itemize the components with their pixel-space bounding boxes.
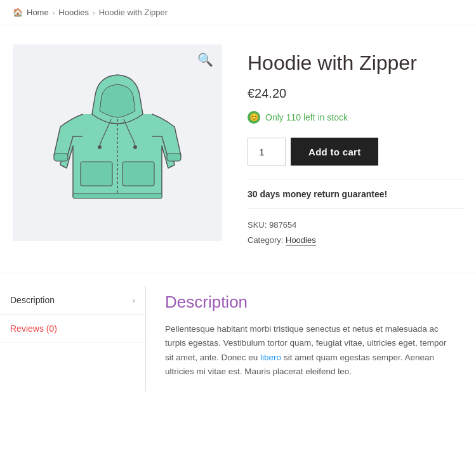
tab-reviews-label: Reviews (0): [10, 323, 57, 334]
svg-rect-5: [73, 193, 162, 199]
zoom-icon[interactable]: 🔍: [197, 52, 213, 67]
sku-row: SKU: 987654: [248, 218, 463, 232]
sku-value-text: 987654: [269, 220, 296, 230]
product-title: Hoodie with Zipper: [248, 51, 463, 75]
product-details: Hoodie with Zipper €24.20 😊 Only 110 lef…: [248, 44, 463, 247]
svg-rect-2: [122, 162, 154, 186]
product-meta: SKU: 987654 Category: Hoodies: [248, 218, 463, 247]
add-to-cart-button[interactable]: Add to cart: [291, 138, 378, 166]
product-image: [48, 63, 187, 222]
description-link-libero[interactable]: libero: [260, 353, 281, 362]
product-image-container: 🔍: [13, 44, 222, 241]
svg-point-6: [98, 145, 102, 149]
breadcrumb-current: Hoodie with Zipper: [99, 8, 168, 17]
tab-description[interactable]: Description ›: [0, 286, 145, 315]
product-section: 🔍: [0, 25, 476, 266]
breadcrumb-sep-2: ›: [93, 9, 95, 16]
stock-info: 😊 Only 110 left in stock: [248, 111, 463, 124]
product-price: €24.20: [248, 86, 463, 101]
sidebar-tabs: Description › Reviews (0): [0, 286, 146, 391]
category-label: Category:: [248, 235, 283, 245]
home-icon: 🏠: [13, 8, 23, 17]
svg-rect-1: [81, 162, 112, 186]
stock-icon: 😊: [248, 111, 260, 124]
stock-text: Only 110 left in stock: [265, 112, 348, 122]
breadcrumb: 🏠 Home › Hoodies › Hoodie with Zipper: [0, 0, 476, 25]
quantity-input[interactable]: [248, 138, 286, 166]
svg-point-7: [133, 145, 137, 149]
description-content: Description Pellentesque habitant morbi …: [146, 286, 463, 391]
tab-description-chevron: ›: [133, 296, 135, 305]
description-title: Description: [165, 292, 451, 312]
svg-rect-3: [54, 153, 68, 161]
category-row: Category: Hoodies: [248, 233, 463, 247]
sku-label: SKU:: [248, 220, 267, 230]
tab-reviews[interactable]: Reviews (0): [0, 315, 145, 343]
tab-description-label: Description: [10, 295, 55, 305]
description-body: Pellentesque habitant morbi tristique se…: [165, 322, 451, 379]
breadcrumb-hoodies[interactable]: Hoodies: [58, 8, 89, 17]
cart-row: Add to cart: [248, 138, 463, 166]
guarantee-text: 30 days money return guarantee!: [248, 180, 463, 209]
category-link[interactable]: Hoodies: [286, 235, 316, 245]
breadcrumb-sep-1: ›: [53, 9, 55, 16]
breadcrumb-home[interactable]: Home: [27, 8, 49, 17]
bottom-section: Description › Reviews (0) Description Pe…: [0, 273, 476, 404]
svg-rect-4: [167, 153, 181, 161]
